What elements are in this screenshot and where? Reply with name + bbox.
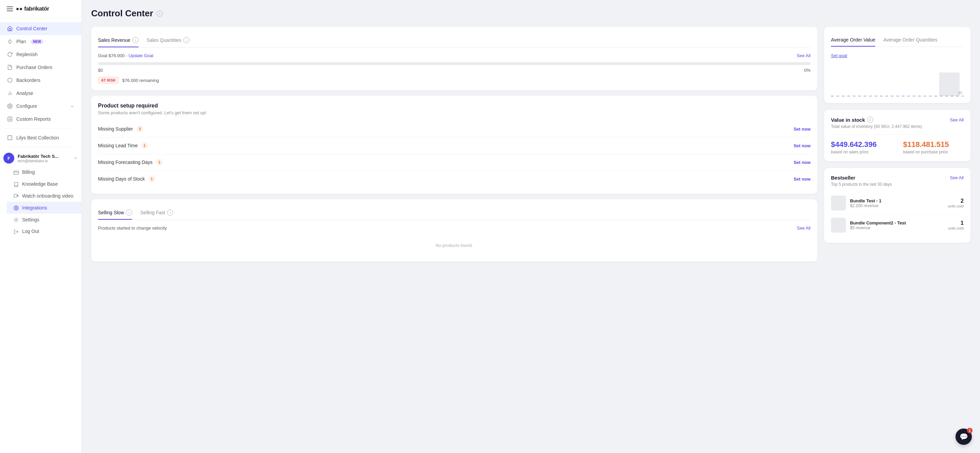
page-info-icon[interactable]: i <box>156 11 163 17</box>
sidebar-item-replenish[interactable]: Replenish <box>0 48 81 61</box>
tab-sales-quantities[interactable]: Sales Quantities i <box>147 34 189 47</box>
svg-point-4 <box>9 105 11 107</box>
selling-tabs: Selling Slow i Selling Fast i <box>98 206 811 220</box>
sidebar-label-control-center: Control Center <box>16 26 47 31</box>
set-goal-link[interactable]: Set goal <box>831 53 847 58</box>
bs-header: Bestseller See All <box>831 175 964 181</box>
chat-bubble[interactable]: 💬 1 <box>956 429 972 445</box>
setup-row-missing-lead-time: Missing Lead Time 1 Set now <box>98 137 811 154</box>
svg-rect-9 <box>14 171 19 174</box>
sidebar-divider-2 <box>5 147 76 147</box>
tab-avg-order-quantities[interactable]: Average Order Quantities <box>883 34 937 46</box>
remaining-label: $76.000 remaining <box>122 78 159 83</box>
svg-point-14 <box>16 219 17 221</box>
selling-subtitle: Products started to change velocity <box>98 226 167 230</box>
user-info: Fabrikatör Tech S... tech@fabrikator.io <box>18 154 70 163</box>
selling-see-all-link[interactable]: See All <box>797 226 811 230</box>
aov-card: Average Order Value Average Order Quanti… <box>824 27 970 103</box>
selling-empty-message: No products found. <box>98 236 811 255</box>
page-header: Control Center i <box>91 8 970 19</box>
sidebar-label-configure: Configure <box>16 103 37 109</box>
bs-subtitle: Top 5 products in the last 30 days <box>831 182 964 187</box>
sidebar-header: fabrikatör <box>0 0 81 18</box>
sidebar-item-backorders[interactable]: Backorders <box>0 74 81 87</box>
sales-see-all-link[interactable]: See All <box>797 53 811 58</box>
vis-purchase-price-value: $118.481.515 <box>903 140 958 149</box>
sidebar-item-control-center[interactable]: Control Center <box>0 22 81 35</box>
sidebar-item-watch-video[interactable]: Watch onboarding video <box>7 190 81 202</box>
tab-selling-slow[interactable]: Selling Slow i <box>98 206 132 220</box>
missing-days-label: Missing Days of Stock <box>98 176 145 181</box>
sidebar-label-integrations: Integrations <box>22 205 47 210</box>
bestseller-units-label-1: units sold <box>948 226 964 230</box>
bs-see-all-link[interactable]: See All <box>950 175 964 180</box>
sidebar-item-analyse[interactable]: Analyse <box>0 87 81 100</box>
main-content: Control Center i Sales Revenue i Sales Q… <box>82 0 980 453</box>
set-now-days-button[interactable]: Set now <box>794 176 811 181</box>
bestseller-revenue-0: $2.200 revenue <box>850 203 944 208</box>
sidebar-item-collection[interactable]: Lilys Best Collection <box>0 131 81 144</box>
sidebar-item-plan[interactable]: Plan NEW <box>0 35 81 48</box>
sidebar-item-configure[interactable]: Configure <box>0 100 81 113</box>
value-in-stock-card: Value in stock i See All Total value of … <box>824 110 970 161</box>
bestseller-card: Bestseller See All Top 5 products in the… <box>824 168 970 243</box>
bs-title: Bestseller <box>831 175 856 181</box>
vis-see-all-link[interactable]: See All <box>950 117 964 122</box>
missing-supplier-count: 3 <box>137 126 143 132</box>
selling-slow-info-icon[interactable]: i <box>126 210 132 216</box>
setup-subtitle: Some products aren't configured. Let's g… <box>98 110 811 115</box>
selling-fast-info-icon[interactable]: i <box>167 210 173 216</box>
sales-tabs: Sales Revenue i Sales Quantities i <box>98 34 811 48</box>
sidebar-item-custom-reports[interactable]: Custom Reports <box>0 113 81 126</box>
progress-percent: 0% <box>804 68 811 73</box>
tab-avg-order-value[interactable]: Average Order Value <box>831 34 875 46</box>
lightbulb-icon <box>7 38 13 45</box>
set-now-supplier-button[interactable]: Set now <box>794 127 811 132</box>
sidebar-item-logout[interactable]: Log Out <box>7 226 81 237</box>
goal-text: Goal $76.000 - Update Goal <box>98 53 153 58</box>
bar-chart-icon <box>7 116 13 122</box>
sales-quantities-info-icon[interactable]: i <box>183 37 189 43</box>
sidebar-item-knowledge-base[interactable]: Knowledge Base <box>7 178 81 190</box>
refresh-icon <box>7 51 13 57</box>
set-now-lead-time-button[interactable]: Set now <box>794 143 811 148</box>
setup-row-left-days-of-stock: Missing Days of Stock 1 <box>98 175 155 182</box>
logo-text: fabrikatör <box>24 5 49 12</box>
bestseller-item-0: Bundle Test - 1 $2.200 revenue 2 units s… <box>831 192 964 214</box>
hamburger-icon[interactable] <box>7 6 13 11</box>
gear-icon <box>14 205 19 210</box>
sidebar: fabrikatör Control Center Plan NEW <box>0 0 82 453</box>
sidebar-item-settings[interactable]: Settings <box>7 214 81 226</box>
progress-value: $0 <box>98 68 103 73</box>
bestseller-units-label-0: units sold <box>948 204 964 208</box>
user-chevron-icon <box>73 156 78 161</box>
box-icon <box>7 77 13 83</box>
chart-icon <box>7 90 13 96</box>
vis-sales-price-label: based on sales price <box>831 149 892 154</box>
set-now-forecasting-button[interactable]: Set now <box>794 160 811 165</box>
settings-icon <box>7 103 13 109</box>
sidebar-item-billing[interactable]: Billing <box>7 166 81 178</box>
tab-selling-fast[interactable]: Selling Fast i <box>140 206 173 220</box>
vis-info-icon[interactable]: i <box>867 117 873 123</box>
goal-row: Goal $76.000 - Update Goal See All <box>98 53 811 58</box>
sidebar-item-integrations[interactable]: Integrations <box>7 202 81 214</box>
setup-row-left-supplier: Missing Supplier 3 <box>98 126 143 132</box>
bestseller-name-0: Bundle Test - 1 <box>850 198 944 203</box>
setup-row-left-lead-time: Missing Lead Time 1 <box>98 142 148 149</box>
sidebar-label-replenish: Replenish <box>16 52 37 57</box>
chart-bar <box>939 72 959 96</box>
sidebar-item-purchase-orders[interactable]: Purchase Orders <box>0 61 81 74</box>
left-column: Sales Revenue i Sales Quantities i Goal … <box>91 27 817 262</box>
progress-bar-wrapper <box>98 62 811 65</box>
bestseller-thumb-1 <box>831 218 846 233</box>
setup-row-missing-days-of-stock: Missing Days of Stock 1 Set now <box>98 171 811 187</box>
user-menu-item[interactable]: F Fabrikatör Tech S... tech@fabrikator.i… <box>0 150 81 166</box>
tab-sales-revenue[interactable]: Sales Revenue i <box>98 34 138 47</box>
chart-line <box>831 96 964 96</box>
update-goal-link[interactable]: Update Goal <box>129 53 153 58</box>
aov-chart: $0 <box>831 62 964 96</box>
setup-title: Product setup required <box>98 103 811 109</box>
sales-revenue-info-icon[interactable]: i <box>132 37 138 43</box>
vis-sales-price-value: $449.642.396 <box>831 140 892 149</box>
